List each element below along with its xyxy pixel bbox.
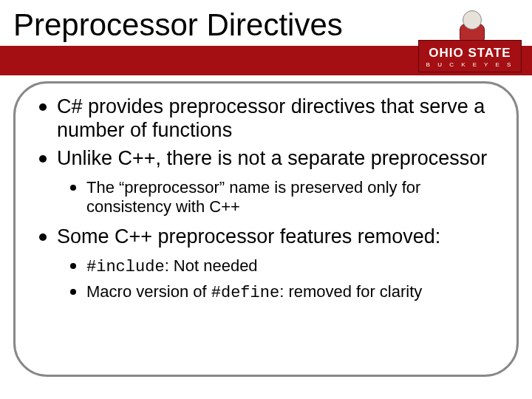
bullet-3-text: Some C++ preprocessor features removed: [57,225,440,248]
page-title: Preprocessor Directives [13,7,343,43]
slide: Preprocessor Directives OHIO STATE B U C… [0,0,532,399]
bullet-3-2-code: #define [211,284,279,302]
bullet-3-2-pre: Macro version of [86,282,211,301]
ohio-state-logo: OHIO STATE B U C K E Y E S [418,9,522,77]
bullet-list: C# provides preprocessor directives that… [36,95,496,303]
bullet-1: C# provides preprocessor directives that… [57,95,496,143]
logo-text-sub: B U C K E Y E S [426,62,514,68]
bullet-2-1: The “preprocessor” name is preserved onl… [86,178,496,217]
bullet-2: Unlike C++, there is not a separate prep… [57,147,496,217]
brutus-mascot-icon [457,9,488,43]
logo-text-main: OHIO STATE [429,47,511,59]
bullet-1-text: C# provides preprocessor directives that… [57,95,485,141]
bullet-2-1-text: The “preprocessor” name is preserved onl… [86,178,420,216]
bullet-3-1: #include: Not needed [86,256,496,277]
bullet-3-2-rest: : removed for clarity [279,282,422,301]
bullet-3-1-rest: : Not needed [165,256,258,275]
logo-plate: OHIO STATE B U C K E Y E S [418,40,522,72]
bullet-2-sublist: The “preprocessor” name is preserved onl… [57,178,496,217]
bullet-3-sublist: #include: Not needed Macro version of #d… [57,256,496,303]
bullet-3-2: Macro version of #define: removed for cl… [86,282,496,303]
header: Preprocessor Directives OHIO STATE B U C… [0,0,532,81]
bullet-2-text: Unlike C++, there is not a separate prep… [57,147,487,169]
content-frame: C# provides preprocessor directives that… [13,81,519,377]
bullet-3-1-code: #include [86,258,165,276]
bullet-3: Some C++ preprocessor features removed: … [57,225,496,303]
